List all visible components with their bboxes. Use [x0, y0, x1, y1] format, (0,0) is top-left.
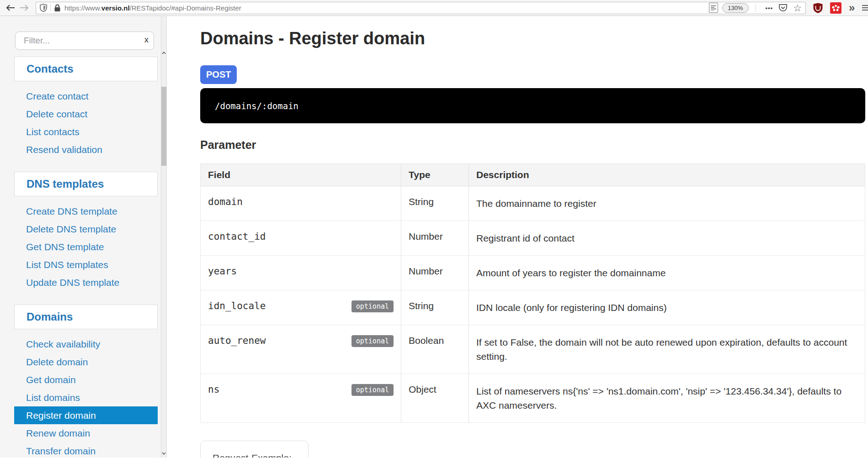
sidebar-item-list-domains[interactable]: List domains: [14, 389, 158, 406]
page-body: x Contacts Create contact Delete contact…: [0, 16, 868, 458]
filter-wrap: x: [15, 32, 154, 50]
sidebar-item-update-dns-template[interactable]: Update DNS template: [14, 274, 158, 291]
column-header-type: Type: [401, 164, 469, 186]
reader-lines: [711, 5, 716, 11]
filter-clear-button[interactable]: x: [144, 35, 149, 45]
pocket-glyph: [778, 4, 788, 12]
double-chevron-glyph: »: [849, 2, 855, 13]
sidebar-item-get-domain[interactable]: Get domain: [14, 371, 158, 389]
sidebar-item-delete-dns-template[interactable]: Delete DNS template: [14, 220, 158, 238]
parameter-table: Field Type Description domain String The…: [200, 163, 865, 423]
sidebar-item-create-dns-template[interactable]: Create DNS template: [14, 202, 158, 220]
optional-badge: optional: [351, 300, 394, 312]
scroll-up-icon[interactable]: [161, 52, 166, 54]
table-row: years Number Amount of years to register…: [201, 256, 865, 290]
field-description: If set to False, the domain will not be …: [469, 325, 865, 374]
bookmark-star-icon[interactable]: ☆: [793, 3, 802, 13]
field-type: Number: [401, 256, 469, 290]
parameter-heading: Parameter: [200, 138, 865, 152]
optional-badge: optional: [351, 384, 394, 396]
field-name: auto_renew: [208, 335, 266, 346]
page-title: Domains - Register domain: [200, 28, 865, 49]
ublock-shield: [813, 3, 823, 13]
optional-badge: optional: [351, 335, 394, 347]
field-type: String: [401, 290, 469, 325]
menu-icon[interactable]: [862, 5, 868, 11]
contacts-items: Create contact Delete contact List conta…: [14, 81, 158, 165]
sidebar-section-domains[interactable]: Domains: [14, 305, 158, 329]
sidebar-item-renew-domain[interactable]: Renew domain: [14, 424, 158, 442]
lock-icon[interactable]: [54, 4, 61, 12]
main-content: Domains - Register domain POST /domains/…: [167, 16, 868, 458]
field-description: List of nameservers ns{'ns' => 'ns1.doma…: [469, 374, 865, 423]
sidebar-section-dns-templates[interactable]: DNS templates: [14, 172, 158, 196]
back-button[interactable]: [4, 1, 17, 14]
field-name: ns: [208, 384, 219, 395]
sidebar-item-create-contact[interactable]: Create contact: [14, 87, 158, 105]
ublock-extension-icon[interactable]: [813, 3, 823, 13]
back-icon: [6, 5, 15, 11]
pocket-icon[interactable]: [778, 4, 788, 12]
field-type: Object: [401, 374, 469, 423]
sidebar-scrollbar[interactable]: [161, 16, 167, 458]
browser-toolbar: https://www.versio.nl/RESTapidoc/#api-Do…: [0, 0, 868, 16]
column-header-field: Field: [201, 164, 401, 186]
sidebar-item-check-availability[interactable]: Check availability: [14, 335, 158, 353]
urlbar-divider-2: [756, 4, 756, 12]
sidebar-nav: Contacts Create contact Delete contact L…: [14, 57, 158, 458]
field-description: Registrant id of contact: [469, 221, 865, 256]
sidebar-item-list-contacts[interactable]: List contacts: [14, 123, 158, 141]
mendeley-glyph: [830, 2, 841, 14]
table-row: ns optional Object List of nameservers n…: [201, 374, 865, 423]
endpoint-path: /domains/:domain: [215, 101, 298, 111]
field-cell: idn_locale optional: [201, 290, 401, 325]
url-scheme: https://www.: [64, 4, 101, 12]
scroll-down-icon[interactable]: [161, 452, 166, 455]
url-bar[interactable]: https://www.versio.nl/RESTapidoc/#api-Do…: [36, 2, 806, 14]
sidebar-item-register-domain[interactable]: Register domain: [14, 406, 158, 424]
http-method-badge: POST: [200, 65, 237, 84]
field-name: idn_locale: [208, 300, 266, 311]
field-cell: ns optional: [201, 374, 401, 423]
sidebar-item-delete-contact[interactable]: Delete contact: [14, 105, 158, 123]
field-cell: auto_renew optional: [201, 325, 401, 374]
sidebar-section-contacts[interactable]: Contacts: [14, 57, 158, 81]
filter-input[interactable]: [15, 32, 154, 50]
toolbar-overflow-icon[interactable]: »: [849, 2, 855, 13]
field-type: Boolean: [401, 325, 469, 374]
dns-items: Create DNS template Delete DNS template …: [14, 196, 158, 298]
field-name: years: [201, 256, 401, 290]
chevron-down-glyph: [162, 452, 166, 455]
tracking-protection-shield-icon[interactable]: [40, 4, 47, 12]
scrollbar-thumb[interactable]: [161, 87, 166, 166]
endpoint-code-block: /domains/:domain: [200, 88, 865, 123]
field-type: String: [401, 186, 469, 221]
chevron-up-glyph: [162, 52, 166, 54]
url-path: /RESTapidoc/#api-Domains-Register: [130, 4, 241, 12]
column-header-description: Description: [469, 164, 865, 186]
field-description: IDN locale (only for registering IDN dom…: [469, 290, 865, 325]
sidebar-item-resend-validation[interactable]: Resend validation: [14, 141, 158, 158]
sidebar-item-list-dns-templates[interactable]: List DNS templates: [14, 256, 158, 274]
request-example-tab[interactable]: Request-Example:: [200, 441, 309, 458]
field-name: domain: [201, 186, 401, 221]
url-text[interactable]: https://www.versio.nl/RESTapidoc/#api-Do…: [64, 4, 703, 12]
forward-button[interactable]: [17, 1, 31, 14]
field-name: contact_id: [201, 221, 401, 256]
mendeley-extension-icon[interactable]: [830, 2, 841, 14]
table-row: idn_locale optional String IDN locale (o…: [201, 290, 865, 325]
forward-icon: [20, 5, 29, 11]
zoom-level-badge[interactable]: 130%: [722, 3, 748, 13]
page-actions-icon[interactable]: •••: [766, 5, 773, 11]
field-description: The domainname to register: [469, 186, 865, 221]
field-type: Number: [401, 221, 469, 256]
field-description: Amount of years to register the domainna…: [469, 256, 865, 290]
sidebar-item-transfer-domain[interactable]: Transfer domain: [14, 442, 158, 458]
table-header-row: Field Type Description: [201, 164, 865, 186]
url-domain: versio.nl: [101, 4, 130, 12]
sidebar-item-get-dns-template[interactable]: Get DNS template: [14, 238, 158, 256]
star-glyph: ☆: [793, 3, 802, 13]
sidebar-item-delete-domain[interactable]: Delete domain: [14, 353, 158, 371]
urlbar-divider: [50, 4, 51, 12]
reader-mode-icon[interactable]: [709, 3, 718, 13]
